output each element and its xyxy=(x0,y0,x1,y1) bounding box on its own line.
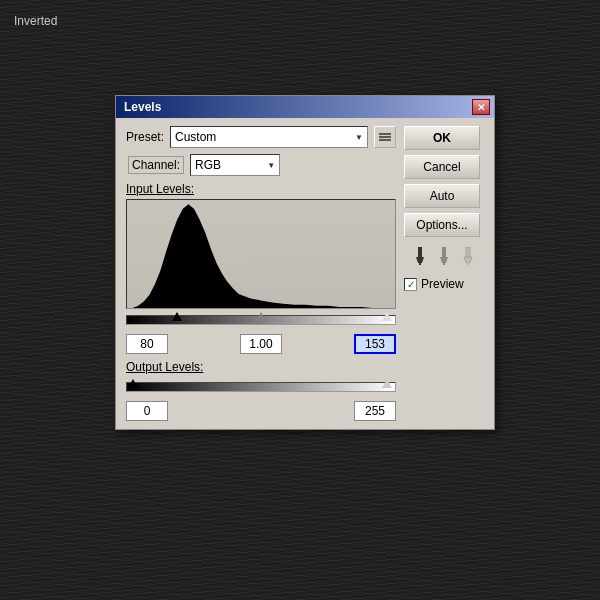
output-min-input[interactable] xyxy=(126,401,168,421)
channel-dropdown-arrow: ▼ xyxy=(267,161,275,170)
dialog-title: Levels xyxy=(124,100,161,114)
preview-checkbox[interactable]: ✓ xyxy=(404,278,417,291)
input-levels-label: Input Levels: xyxy=(126,182,396,196)
preset-label: Preset: xyxy=(126,130,164,144)
svg-marker-11 xyxy=(464,257,472,263)
svg-marker-8 xyxy=(440,257,448,263)
channel-label: Channel: xyxy=(132,158,180,172)
preset-dropdown-arrow: ▼ xyxy=(355,133,363,142)
background-label: Inverted xyxy=(14,14,57,28)
output-values-row xyxy=(126,401,396,421)
white-slider[interactable] xyxy=(382,312,392,321)
options-button[interactable]: Options... xyxy=(404,213,480,237)
preview-label: Preview xyxy=(421,277,464,291)
white-eyedropper[interactable] xyxy=(458,246,478,266)
channel-row: Channel: RGB ▼ xyxy=(126,154,396,176)
gray-input[interactable] xyxy=(240,334,282,354)
output-gradient-bar xyxy=(126,382,396,392)
dialog-titlebar: Levels ✕ xyxy=(116,96,494,118)
output-slider-area xyxy=(126,377,396,397)
output-levels-label: Output Levels: xyxy=(126,360,396,374)
histogram xyxy=(126,199,396,309)
white-input[interactable] xyxy=(354,334,396,354)
preset-row: Preset: Custom ▼ xyxy=(126,126,396,148)
channel-box: Channel: xyxy=(128,156,184,174)
cancel-button[interactable]: Cancel xyxy=(404,155,480,179)
svg-marker-5 xyxy=(416,257,424,263)
black-eyedropper[interactable] xyxy=(410,246,430,266)
preset-dropdown[interactable]: Custom ▼ xyxy=(170,126,368,148)
svg-rect-10 xyxy=(466,247,470,257)
channel-value: RGB xyxy=(195,158,221,172)
gray-slider[interactable] xyxy=(256,312,266,321)
right-panel: OK Cancel Auto Options... xyxy=(404,126,484,421)
preview-row: ✓ Preview xyxy=(404,277,484,291)
ok-button[interactable]: OK xyxy=(404,126,480,150)
black-slider[interactable] xyxy=(172,312,182,321)
auto-button[interactable]: Auto xyxy=(404,184,480,208)
output-black-slider[interactable] xyxy=(128,379,138,388)
svg-rect-4 xyxy=(418,247,422,257)
channel-dropdown[interactable]: RGB ▼ xyxy=(190,154,280,176)
output-white-slider[interactable] xyxy=(382,379,392,388)
preset-value: Custom xyxy=(175,130,216,144)
levels-dialog: Levels ✕ Preset: Custom ▼ xyxy=(115,95,495,430)
histogram-svg xyxy=(127,200,395,308)
dialog-content: Preset: Custom ▼ Channel: xyxy=(116,118,494,429)
output-max-input[interactable] xyxy=(354,401,396,421)
close-button[interactable]: ✕ xyxy=(472,99,490,115)
preset-icon-button[interactable] xyxy=(374,126,396,148)
eyedropper-row xyxy=(404,246,484,266)
input-values-row xyxy=(126,334,396,354)
left-panel: Preset: Custom ▼ Channel: xyxy=(126,126,396,421)
gray-eyedropper[interactable] xyxy=(434,246,454,266)
input-slider-area xyxy=(126,310,396,330)
black-input[interactable] xyxy=(126,334,168,354)
svg-rect-7 xyxy=(442,247,446,257)
preset-icon xyxy=(378,131,392,143)
